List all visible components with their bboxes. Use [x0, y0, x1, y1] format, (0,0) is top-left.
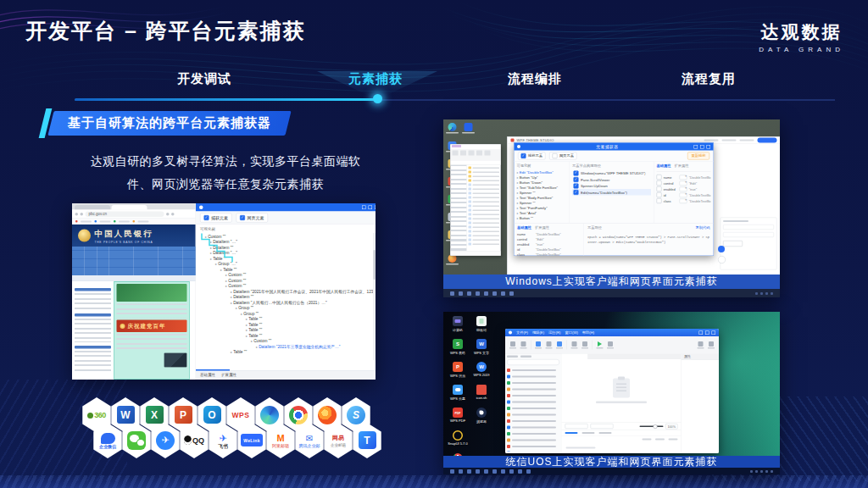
capture-panel-titlebar[interactable] [196, 203, 376, 212]
floating-buttons[interactable] [718, 246, 726, 263]
explorer-file-list[interactable] [467, 165, 501, 252]
desktop-icon[interactable]: icon.sh [470, 385, 492, 400]
capture-element-chip[interactable]: 捕获元素 [200, 213, 232, 222]
checkbox-icon[interactable] [521, 153, 526, 158]
browser-address-bar[interactable]: pbc.gov.cn [72, 210, 196, 219]
stepper[interactable] [680, 175, 687, 180]
desktop-icon[interactable]: PDF WPS PDF [447, 408, 469, 423]
section-tab[interactable]: 流程复用 [682, 71, 736, 87]
checkbox-icon[interactable] [657, 180, 662, 186]
search-input[interactable] [507, 359, 559, 365]
desktop-icon[interactable]: S WPS 表格 [447, 339, 469, 355]
dialog-titlebar[interactable]: 元素捕获器 [515, 143, 714, 151]
canvas-controls[interactable]: 100% [562, 423, 682, 430]
window-controls[interactable] [699, 330, 716, 335]
tab-basic-props[interactable]: 基础属性 [517, 225, 531, 230]
windows-taskbar[interactable] [443, 289, 780, 297]
checkbox-icon[interactable] [657, 198, 662, 203]
stepper[interactable] [680, 198, 687, 203]
profile-icon[interactable] [171, 213, 175, 216]
result-tabs[interactable] [562, 430, 682, 436]
tree-node[interactable]: Table "" [200, 349, 376, 355]
checkbox-icon[interactable] [657, 186, 662, 191]
tab-basic-props[interactable]: 基础属性 [200, 373, 215, 379]
checkbox-icon[interactable] [574, 190, 579, 195]
desktop-icon[interactable]: SnapUI 5.7.0 [447, 430, 469, 446]
desktop-icon-teamviewer[interactable] [462, 123, 475, 134]
desktop-icon[interactable]: WPS 云盘 [447, 385, 469, 401]
explorer-nav-tree[interactable] [451, 165, 468, 252]
menu-item[interactable]: 窗口(W) [565, 330, 578, 336]
uos-toolbar[interactable] [505, 336, 719, 354]
checkbox-icon[interactable] [204, 215, 209, 220]
copy-code-button[interactable]: 复制代码 [696, 225, 710, 230]
result-actions[interactable] [562, 436, 682, 443]
desktop-icon[interactable]: W WPS 文字 [470, 339, 492, 355]
prop-row[interactable]: id "DoubleTextBox" [657, 192, 711, 198]
web-element-chip[interactable]: 网页元素 [549, 152, 577, 160]
desktop-icon[interactable]: P WPS 演示 [447, 362, 469, 378]
back-icon[interactable] [75, 213, 79, 216]
checkbox-icon[interactable] [574, 177, 579, 182]
recapture-button[interactable]: 重新捕获 [687, 152, 709, 160]
browser-tab-strip[interactable] [72, 203, 196, 210]
uos-window-titlebar[interactable]: 文件(F)编辑(E)运行(R)窗口(W)帮助(H) [505, 329, 719, 336]
prop-row[interactable]: enabled "true" [657, 186, 711, 192]
prop-row[interactable]: name "DoubleTextBox" [657, 175, 711, 180]
panel-tabs[interactable] [507, 356, 559, 358]
tab-ext-props[interactable]: 扩展属性 [675, 164, 689, 169]
run-button[interactable] [597, 341, 604, 349]
expand-all-button[interactable] [591, 424, 614, 429]
zoom-value[interactable]: 100% [665, 424, 678, 430]
forward-icon[interactable] [81, 213, 84, 216]
menu-item[interactable]: 运行(R) [548, 330, 560, 336]
checkbox-icon[interactable] [574, 170, 579, 175]
video-thumbnail[interactable] [164, 353, 187, 368]
star-icon[interactable] [166, 213, 170, 216]
path-row[interactable]: Edit(name="DoubleTextBox") [572, 189, 651, 196]
path-row[interactable]: Pane.ScrollViewer [572, 176, 651, 183]
menu-item[interactable]: 帮助(H) [582, 330, 594, 336]
prop-row[interactable]: control "Edit" [657, 180, 711, 186]
component-list[interactable] [507, 367, 559, 452]
prop-row[interactable]: class "DoubleTextBox" [657, 198, 711, 204]
zoom-slider[interactable]: 100% [639, 424, 677, 430]
pbc-nav-grid[interactable] [72, 247, 196, 275]
checkbox-icon[interactable] [240, 215, 245, 220]
checkbox-icon[interactable] [657, 192, 662, 197]
stepper[interactable] [680, 186, 687, 191]
url-field[interactable]: pbc.gov.cn [86, 211, 164, 217]
scrollbar[interactable] [373, 233, 376, 360]
tab-ext-props[interactable]: 扩展属性 [535, 225, 549, 230]
desktop-icon[interactable]: W WPS 2019 [470, 362, 492, 377]
menu-item[interactable]: 编辑(E) [532, 330, 544, 336]
window-controls[interactable] [694, 145, 711, 149]
tree-node[interactable]: Button "" [517, 216, 567, 221]
captured-highlight-region[interactable]: 庆祝建党百年 [114, 281, 190, 380]
stepper[interactable] [680, 180, 687, 186]
capture-element-chip[interactable]: 捕获元素 [518, 152, 546, 160]
checkbox-icon[interactable] [657, 175, 662, 180]
section-tab[interactable]: 元素捕获 [348, 71, 403, 87]
web-element-chip[interactable]: 网页元素 [236, 213, 269, 222]
tab-basic-props[interactable]: 基础属性 [657, 164, 671, 169]
desktop-icon[interactable]: 计算机 [447, 316, 469, 332]
path-row[interactable]: Window(name="WPF THEME STUDIO") [572, 170, 651, 177]
desktop-icon-edge[interactable] [446, 123, 459, 134]
tab-ext-props[interactable]: 扩展属性 [221, 373, 236, 379]
uos-taskbar[interactable] [443, 468, 780, 474]
section-tab[interactable]: 流程编排 [508, 71, 562, 87]
primary-button[interactable] [758, 138, 777, 143]
section-tab[interactable]: 开发调试 [177, 71, 231, 87]
checkbox-icon[interactable] [574, 183, 579, 188]
collapse-all-button[interactable] [565, 424, 588, 429]
stepper[interactable] [680, 192, 687, 197]
bookmarks-bar[interactable] [72, 219, 196, 225]
desktop-icon[interactable]: 回收站 [470, 316, 492, 332]
app-nav-links[interactable] [704, 138, 777, 143]
desktop-icon[interactable]: 浏览器 [470, 408, 492, 424]
path-row[interactable]: Spinner.UpDown [572, 183, 651, 190]
checkbox-icon[interactable] [553, 153, 558, 158]
menu-item[interactable]: 文件(F) [516, 330, 528, 336]
explorer-ribbon[interactable] [451, 149, 501, 161]
